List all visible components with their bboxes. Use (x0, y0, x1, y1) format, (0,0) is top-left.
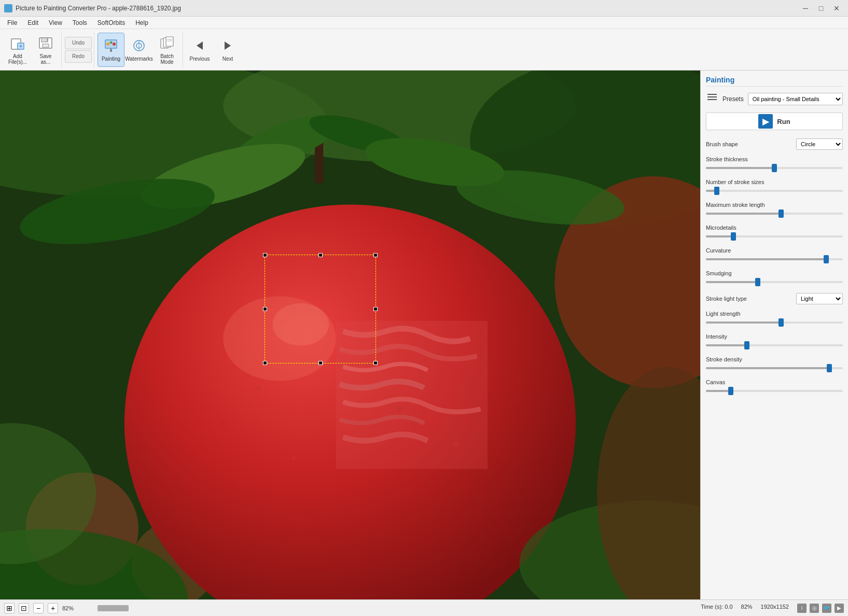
add-files-button[interactable]: AddFile(s)... (4, 33, 31, 67)
twitter-icon[interactable]: 🐦 (822, 604, 831, 613)
max-stroke-length-slider[interactable] (706, 209, 843, 218)
previous-button[interactable]: Previous (186, 33, 213, 67)
resolution-display: 1920x1152 (761, 604, 789, 613)
svg-rect-12 (110, 49, 112, 52)
stroke-sizes-thumb[interactable] (714, 187, 719, 195)
stroke-density-slider[interactable] (706, 363, 843, 373)
watermarks-icon (131, 37, 147, 54)
svg-rect-18 (166, 37, 173, 46)
microdetails-slider[interactable] (706, 232, 843, 241)
max-stroke-length-row: Maximum stroke length (706, 202, 843, 218)
zoom-scrollbar-thumb[interactable] (98, 605, 129, 611)
batch-mode-button[interactable]: BatchMode (154, 33, 180, 67)
watermarks-button[interactable]: Watermarks (126, 33, 152, 67)
undo-button[interactable]: Undo (65, 37, 92, 49)
canvas-thumb[interactable] (728, 387, 733, 395)
svg-marker-22 (225, 41, 231, 50)
menu-file[interactable]: File (2, 18, 22, 27)
toolbar-nav-group: Previous Next (184, 32, 243, 68)
stroke-light-type-row: Stroke light type Light Dark None (706, 293, 843, 304)
toolbar-file-group: AddFile(s)... Saveas... (2, 32, 62, 68)
stroke-thickness-row: Stroke thickness (706, 156, 843, 173)
painting-label: Painting (102, 56, 120, 62)
smudging-thumb[interactable] (755, 278, 760, 286)
svg-marker-21 (197, 41, 203, 50)
add-files-icon (9, 35, 26, 51)
curvature-thumb[interactable] (824, 255, 829, 263)
presets-dropdown[interactable]: Oil painting - Small Details Oil paintin… (748, 93, 843, 105)
titlebar: Picture to Painting Converter Pro - appl… (0, 0, 848, 17)
canvas-area[interactable] (0, 71, 700, 599)
svg-point-10 (110, 41, 113, 44)
next-button[interactable]: Next (214, 33, 241, 67)
redo-button[interactable]: Redo (65, 50, 92, 63)
circle-icon[interactable]: ◎ (810, 604, 819, 613)
light-strength-slider[interactable] (706, 318, 843, 327)
intensity-thumb[interactable] (744, 341, 749, 349)
right-panel: Painting Presets Oil painting - Small De… (700, 71, 848, 599)
canvas-slider[interactable] (706, 386, 843, 396)
svg-point-42 (291, 456, 296, 460)
presets-icon-line1 (707, 94, 717, 95)
brush-shape-dropdown[interactable]: Circle Square Diamond (796, 138, 843, 150)
save-as-label: Saveas... (40, 53, 52, 65)
painting-button[interactable]: Painting (98, 33, 124, 67)
svg-rect-7 (47, 38, 48, 41)
titlebar-controls: ─ □ ✕ (798, 1, 844, 16)
smudging-label: Smudging (706, 270, 843, 276)
statusbar: ⊞ ⊡ − + 82% Time (s): 0.0 82% 1920x1152 … (0, 599, 848, 616)
intensity-slider[interactable] (706, 341, 843, 350)
zoom-out-button[interactable]: − (33, 603, 44, 613)
zoom-in-button[interactable]: + (48, 603, 58, 613)
curvature-label: Curvature (706, 247, 843, 254)
save-as-button[interactable]: Saveas... (32, 33, 59, 67)
maximize-button[interactable]: □ (814, 1, 828, 16)
toolbar-undo-group: Undo Redo (63, 32, 94, 68)
light-strength-thumb[interactable] (779, 318, 784, 327)
microdetails-label: Microdetails (706, 225, 843, 231)
toolbar: AddFile(s)... Saveas... Undo Redo (0, 29, 848, 71)
svg-point-9 (106, 43, 109, 46)
run-button[interactable]: ▶ Run (706, 113, 843, 130)
stroke-thickness-slider[interactable] (706, 163, 843, 173)
svg-rect-46 (336, 321, 488, 469)
max-stroke-length-thumb[interactable] (779, 209, 784, 218)
save-as-icon (37, 35, 54, 51)
curvature-slider[interactable] (706, 255, 843, 264)
presets-icon (706, 94, 718, 104)
svg-point-11 (113, 43, 116, 46)
watermarks-label: Watermarks (125, 56, 153, 62)
microdetails-thumb[interactable] (731, 232, 736, 241)
smudging-row: Smudging (706, 270, 843, 287)
main-layout: Painting Presets Oil painting - Small De… (0, 71, 848, 599)
view-actual-button[interactable]: ⊡ (19, 603, 29, 613)
play-icon[interactable]: ▶ (835, 604, 844, 613)
status-icons: i ◎ 🐦 ▶ (797, 604, 844, 613)
menu-view[interactable]: View (44, 18, 67, 27)
view-fit-button[interactable]: ⊞ (4, 603, 15, 613)
menu-help[interactable]: Help (130, 18, 154, 27)
stroke-sizes-row: Number of stroke sizes (706, 179, 843, 195)
menu-edit[interactable]: Edit (22, 18, 44, 27)
stroke-light-type-dropdown[interactable]: Light Dark None (796, 293, 843, 304)
info-icon[interactable]: i (797, 604, 807, 613)
intensity-row: Intensity (706, 333, 843, 350)
svg-point-44 (221, 421, 225, 425)
menu-softorbits[interactable]: SoftOrbits (92, 18, 130, 27)
presets-row: Presets Oil painting - Small Details Oil… (706, 93, 843, 105)
smudging-slider[interactable] (706, 277, 843, 287)
brush-shape-label: Brush shape (706, 141, 738, 147)
add-files-label: AddFile(s)... (8, 53, 27, 65)
stroke-thickness-thumb[interactable] (772, 164, 777, 172)
titlebar-left: Picture to Painting Converter Pro - appl… (4, 4, 181, 12)
close-button[interactable]: ✕ (829, 1, 844, 16)
panel-title: Painting (706, 76, 843, 87)
stroke-sizes-slider[interactable] (706, 186, 843, 195)
previous-icon (191, 37, 208, 54)
menu-tools[interactable]: Tools (67, 18, 92, 27)
status-right: Time (s): 0.0 82% 1920x1152 i ◎ 🐦 ▶ (701, 604, 844, 613)
run-label: Run (777, 118, 790, 125)
light-strength-label: Light strength (706, 311, 843, 317)
stroke-density-thumb[interactable] (827, 364, 832, 372)
minimize-button[interactable]: ─ (798, 1, 813, 16)
